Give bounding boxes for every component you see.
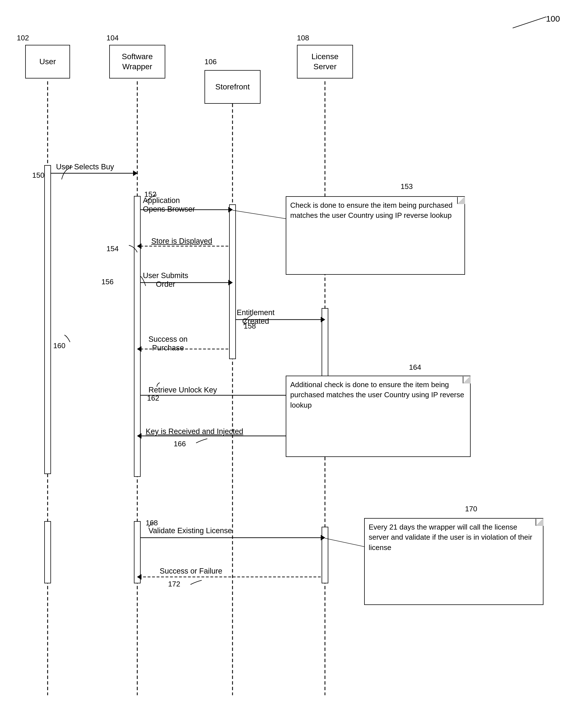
ref-172: 172 (168, 580, 180, 588)
svg-rect-8 (134, 521, 140, 583)
svg-rect-6 (44, 521, 51, 583)
svg-rect-11 (322, 527, 328, 583)
svg-line-0 (513, 17, 546, 28)
msg-166-label: Key is Received and Injected (146, 427, 243, 436)
ref-108: 108 (297, 34, 309, 42)
msg-172-label: Success or Failure (160, 567, 222, 575)
ref-168: 168 (146, 518, 158, 527)
msg-168-label: Validate Existing License (148, 527, 232, 535)
msg-156-label: User SubmitsOrder (143, 271, 188, 289)
svg-marker-17 (137, 243, 142, 249)
svg-rect-7 (134, 196, 140, 477)
ref-162: 162 (147, 394, 159, 403)
svg-marker-23 (137, 346, 142, 352)
diagram-ref-number: 100 (546, 14, 560, 24)
actor-user: User (25, 45, 70, 78)
ref-170: 170 (465, 505, 477, 513)
ref-150: 150 (32, 171, 44, 180)
diagram: 100 User 102 Software Wrapper 104 Storef… (0, 0, 588, 707)
svg-line-34 (325, 538, 364, 547)
ref-164: 164 (409, 363, 421, 372)
ref-156: 156 (101, 277, 113, 286)
msg-152-label: ApplicationOpens Browser (143, 196, 195, 213)
note-164: Additional check is done to ensure the i… (286, 376, 471, 457)
svg-rect-5 (44, 165, 51, 474)
msg-162-label: Retrieve Unlock Key (148, 386, 217, 395)
msg-160-label: Success onPurchase (148, 335, 188, 352)
svg-marker-27 (137, 433, 142, 439)
svg-marker-31 (137, 574, 142, 580)
svg-rect-9 (229, 205, 235, 359)
ref-102: 102 (17, 34, 29, 42)
note-170: Every 21 days the wrapper will call the … (364, 518, 544, 605)
actor-license-server: License Server (297, 45, 353, 78)
svg-marker-15 (228, 207, 233, 212)
ref-158: 158 (244, 322, 256, 331)
svg-line-32 (232, 210, 286, 218)
ref-152: 152 (144, 190, 156, 199)
svg-marker-13 (133, 170, 138, 176)
msg-154-label: Store is Displayed (151, 237, 212, 245)
svg-marker-21 (321, 317, 325, 323)
note-153: Check is done to ensure the item being p… (286, 196, 465, 275)
msg-150-label: User Selects Buy (56, 163, 114, 171)
actor-storefront: Storefront (205, 70, 260, 104)
svg-marker-19 (228, 280, 233, 285)
actor-software-wrapper: Software Wrapper (109, 45, 165, 78)
ref-153: 153 (401, 182, 413, 191)
ref-160: 160 (53, 341, 65, 350)
ref-166: 166 (174, 440, 186, 448)
ref-104: 104 (106, 34, 118, 42)
svg-marker-29 (321, 535, 325, 540)
ref-106: 106 (205, 58, 217, 66)
ref-154: 154 (106, 244, 118, 253)
